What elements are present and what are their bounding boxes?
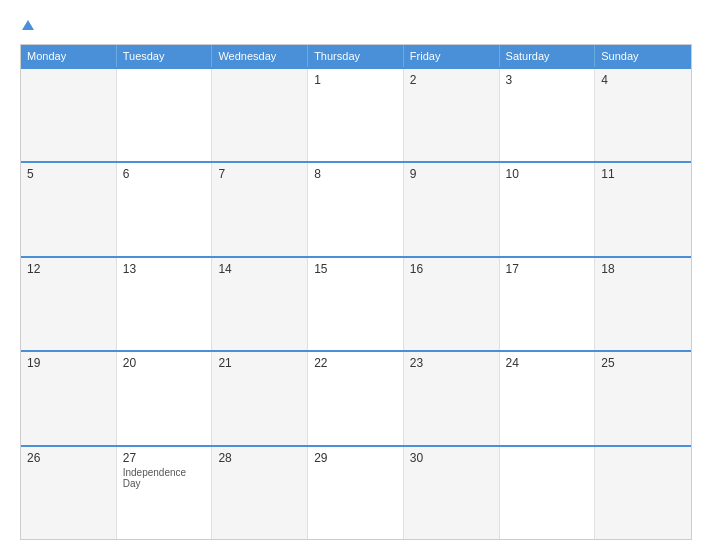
- logo-triangle-icon: [22, 20, 34, 30]
- cal-cell: 6: [117, 163, 213, 255]
- header-cell-sunday: Sunday: [595, 45, 691, 67]
- day-number: 8: [314, 167, 321, 181]
- day-number: 17: [506, 262, 519, 276]
- header-cell-monday: Monday: [21, 45, 117, 67]
- header-cell-tuesday: Tuesday: [117, 45, 213, 67]
- logo: [20, 18, 34, 34]
- header-cell-wednesday: Wednesday: [212, 45, 308, 67]
- day-number: 29: [314, 451, 327, 465]
- day-number: 26: [27, 451, 40, 465]
- cal-cell: 17: [500, 258, 596, 350]
- cal-cell: 5: [21, 163, 117, 255]
- cal-cell: 4: [595, 69, 691, 161]
- cal-cell: 23: [404, 352, 500, 444]
- day-number: 5: [27, 167, 34, 181]
- calendar-grid: MondayTuesdayWednesdayThursdayFridaySatu…: [20, 44, 692, 540]
- day-number: 28: [218, 451, 231, 465]
- cal-cell: [21, 69, 117, 161]
- day-number: 22: [314, 356, 327, 370]
- day-number: 4: [601, 73, 608, 87]
- cal-cell: 11: [595, 163, 691, 255]
- day-number: 25: [601, 356, 614, 370]
- calendar-body: 1234567891011121314151617181920212223242…: [21, 67, 691, 539]
- day-number: 11: [601, 167, 614, 181]
- day-number: 16: [410, 262, 423, 276]
- cal-cell: 20: [117, 352, 213, 444]
- calendar-week-4: 19202122232425: [21, 350, 691, 444]
- calendar-week-1: 1234: [21, 67, 691, 161]
- day-number: 21: [218, 356, 231, 370]
- calendar-page: MondayTuesdayWednesdayThursdayFridaySatu…: [0, 0, 712, 550]
- cal-cell: 2: [404, 69, 500, 161]
- cal-cell: [212, 69, 308, 161]
- calendar-header-row: MondayTuesdayWednesdayThursdayFridaySatu…: [21, 45, 691, 67]
- cal-cell: 26: [21, 447, 117, 539]
- cal-cell: 13: [117, 258, 213, 350]
- day-number: 10: [506, 167, 519, 181]
- cal-cell: 28: [212, 447, 308, 539]
- day-number: 3: [506, 73, 513, 87]
- header-cell-thursday: Thursday: [308, 45, 404, 67]
- day-number: 19: [27, 356, 40, 370]
- day-number: 27: [123, 451, 136, 465]
- day-number: 2: [410, 73, 417, 87]
- cal-cell: 19: [21, 352, 117, 444]
- day-number: 18: [601, 262, 614, 276]
- cal-cell: 12: [21, 258, 117, 350]
- day-number: 23: [410, 356, 423, 370]
- cal-cell: 24: [500, 352, 596, 444]
- cal-cell: 8: [308, 163, 404, 255]
- cal-cell: 25: [595, 352, 691, 444]
- cal-cell: [500, 447, 596, 539]
- cal-cell: [117, 69, 213, 161]
- event-label: Independence Day: [123, 467, 206, 489]
- cal-cell: 29: [308, 447, 404, 539]
- day-number: 7: [218, 167, 225, 181]
- cal-cell: 10: [500, 163, 596, 255]
- day-number: 14: [218, 262, 231, 276]
- cal-cell: [595, 447, 691, 539]
- cal-cell: 30: [404, 447, 500, 539]
- day-number: 6: [123, 167, 130, 181]
- calendar-week-3: 12131415161718: [21, 256, 691, 350]
- cal-cell: 27Independence Day: [117, 447, 213, 539]
- calendar-week-5: 2627Independence Day282930: [21, 445, 691, 539]
- calendar-week-2: 567891011: [21, 161, 691, 255]
- day-number: 1: [314, 73, 321, 87]
- cal-cell: 16: [404, 258, 500, 350]
- day-number: 12: [27, 262, 40, 276]
- day-number: 13: [123, 262, 136, 276]
- cal-cell: 15: [308, 258, 404, 350]
- cal-cell: 9: [404, 163, 500, 255]
- cal-cell: 14: [212, 258, 308, 350]
- cal-cell: 21: [212, 352, 308, 444]
- page-header: [20, 18, 692, 34]
- day-number: 30: [410, 451, 423, 465]
- header-cell-saturday: Saturday: [500, 45, 596, 67]
- cal-cell: 3: [500, 69, 596, 161]
- header-cell-friday: Friday: [404, 45, 500, 67]
- day-number: 20: [123, 356, 136, 370]
- day-number: 9: [410, 167, 417, 181]
- logo-top-line: [20, 18, 34, 34]
- cal-cell: 18: [595, 258, 691, 350]
- day-number: 15: [314, 262, 327, 276]
- cal-cell: 22: [308, 352, 404, 444]
- cal-cell: 1: [308, 69, 404, 161]
- cal-cell: 7: [212, 163, 308, 255]
- day-number: 24: [506, 356, 519, 370]
